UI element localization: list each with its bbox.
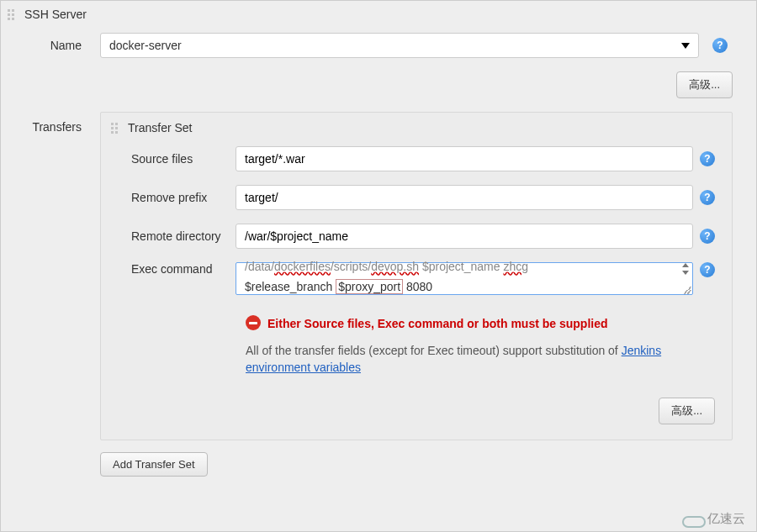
textarea-scroll-icons[interactable] (680, 263, 691, 275)
transfer-set-title: Transfer Set (128, 121, 193, 134)
add-transfer-row: Add Transfer Set (100, 440, 733, 488)
advanced-button-row: 高级... (1, 66, 756, 107)
transfers-label: Transfers (1, 112, 100, 134)
remove-prefix-label: Remove prefix (101, 191, 236, 204)
inner-advanced-row: 高级... (101, 382, 732, 440)
remote-dir-input[interactable] (236, 224, 693, 249)
chevron-down-icon (681, 43, 690, 49)
help-icon[interactable]: ? (700, 151, 715, 166)
inner-advanced-button[interactable]: 高级... (659, 398, 715, 424)
advanced-button[interactable]: 高级... (676, 71, 733, 98)
cloud-icon (680, 512, 704, 527)
remote-dir-row: Remote directory ? (101, 217, 732, 255)
help-icon[interactable]: ? (712, 38, 728, 53)
error-row: Either Source files, Exec command or bot… (101, 302, 732, 334)
help-icon[interactable]: ? (700, 262, 715, 277)
add-transfer-set-button[interactable]: Add Transfer Set (100, 452, 208, 477)
transfer-set-panel: Transfer Set Source files ? Remove prefi… (100, 112, 733, 440)
transfers-body: Transfer Set Source files ? Remove prefi… (100, 112, 756, 488)
hint-text: All of the transfer fields (except for E… (101, 334, 723, 382)
source-files-label: Source files (101, 152, 236, 166)
name-select-value: docker-server (109, 39, 182, 52)
name-label: Name (1, 39, 100, 52)
source-files-input[interactable] (236, 146, 693, 171)
exec-command-label: Exec command (101, 262, 236, 276)
name-select[interactable]: docker-server (100, 33, 699, 58)
transfer-set-header: Transfer Set (101, 113, 732, 140)
remote-dir-label: Remote directory (101, 229, 236, 243)
error-text: Either Source files, Exec command or bot… (267, 315, 608, 332)
watermark: 亿速云 (680, 511, 745, 527)
exec-command-row: Exec command /data/dockerfiles/scripts/d… (101, 255, 732, 302)
error-icon (246, 315, 261, 330)
ssh-server-panel: SSH Server Name docker-server ? 高级... Tr… (0, 0, 757, 532)
exec-command-wrap: /data/dockerfiles/scripts/devop.sh $proj… (236, 262, 693, 295)
name-row: Name docker-server ? (1, 28, 756, 66)
remove-prefix-input[interactable] (236, 185, 693, 210)
help-icon[interactable]: ? (700, 229, 715, 244)
drag-handle-icon[interactable] (6, 8, 19, 21)
help-icon[interactable]: ? (700, 190, 715, 205)
source-files-row: Source files ? (101, 140, 732, 178)
watermark-text: 亿速云 (707, 511, 745, 527)
section-title: SSH Server (24, 8, 87, 21)
remove-prefix-row: Remove prefix ? (101, 178, 732, 217)
ssh-server-header: SSH Server (1, 1, 756, 28)
resize-grip-icon[interactable] (683, 286, 691, 294)
exec-command-textarea[interactable]: /data/dockerfiles/scripts/devop.sh $proj… (236, 262, 693, 295)
transfers-row: Transfers Transfer Set Source files ? Re… (1, 107, 756, 488)
drag-handle-icon[interactable] (109, 121, 123, 134)
